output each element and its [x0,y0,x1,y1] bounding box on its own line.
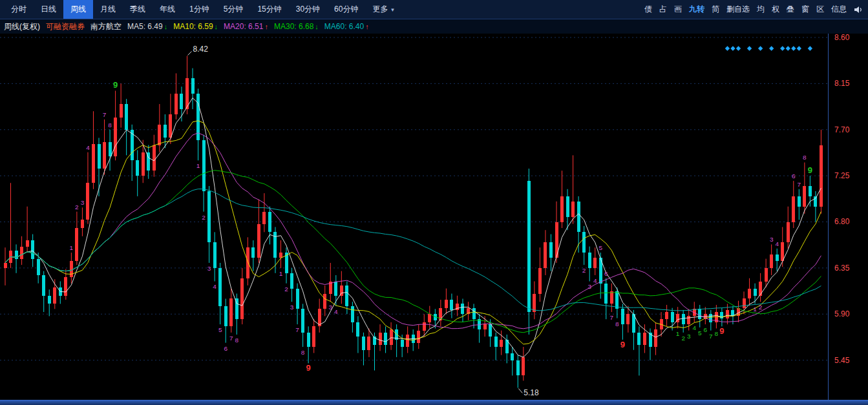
svg-text:5.18: 5.18 [524,388,539,397]
period-tab-4[interactable]: 季线 [123,0,153,19]
toolbar-item-10[interactable]: 区 [816,4,824,15]
svg-text:4: 4 [692,324,696,331]
svg-text:9: 9 [306,363,311,373]
ma-line-30 [5,171,821,333]
period-tab-3[interactable]: 月线 [93,0,123,19]
chevron-down-icon: ▼ [390,7,395,13]
period-tab-2[interactable]: 周线 [63,0,93,19]
candlestick-chart[interactable]: 8.608.157.707.256.806.355.905.4512347891… [0,34,868,400]
period-tab-11[interactable]: 更多▼ [365,0,402,19]
svg-text:3: 3 [290,304,294,311]
toolbar-item-3[interactable]: 九转 [689,4,704,15]
period-tab-10[interactable]: 60分钟 [327,0,365,19]
svg-text:8: 8 [301,349,305,356]
svg-text:5: 5 [598,244,602,251]
grid-layer [0,34,829,400]
svg-text:7.25: 7.25 [834,171,850,180]
ma-trend-arrow: ↓ [164,23,168,30]
chart-header: 周线(复权) 可融资融券 南方航空 MA5: 6.49↓MA10: 6.59↓M… [0,19,868,34]
ma-line-60 [5,189,821,311]
ma-line-20 [5,133,821,329]
toolbar: 分时日线周线月线季线年线1分钟5分钟15分钟30分钟60分钟更多▼ 债占画九转简… [0,0,868,19]
svg-text:2: 2 [202,214,206,221]
ma-legend-item-3: MA30: 6.68↓ [274,22,319,31]
svg-text:5: 5 [698,329,702,337]
ma-legend-item-2: MA20: 6.51↑ [224,22,268,31]
ma-trend-arrow: ↓ [315,23,319,30]
svg-text:2: 2 [681,335,685,342]
svg-text:8: 8 [235,337,238,344]
svg-text:7: 7 [709,333,713,340]
period-tab-0[interactable]: 分时 [4,0,34,19]
ma-legend-item-4: MA60: 6.40↑ [324,22,369,31]
ma-trend-arrow: ↑ [365,23,369,30]
toolbar-item-8[interactable]: 叠 [787,4,794,15]
period-tab-5[interactable]: 年线 [153,0,182,19]
period-tab-8[interactable]: 15分钟 [250,0,288,19]
svg-text:4: 4 [334,308,338,315]
toolbar-item-11[interactable]: 信息 [831,4,847,15]
ma-trend-arrow: ↓ [215,23,218,30]
trading-app-window: 分时日线周线月线季线年线1分钟5分钟15分钟30分钟60分钟更多▼ 债占画九转简… [0,0,868,405]
svg-text:2: 2 [75,203,79,211]
period-tab-9[interactable]: 30分钟 [289,0,327,19]
svg-text:6: 6 [604,270,608,277]
toolbar-item-1[interactable]: 占 [659,4,667,15]
svg-text:6: 6 [792,172,796,180]
announcement-speaker-icon[interactable] [854,6,863,14]
svg-text:1: 1 [196,162,200,169]
toolbar-right: 债占画九转简删自选均权叠窗区信息 [644,4,864,15]
period-tab-6[interactable]: 1分钟 [182,0,217,19]
svg-text:8.42: 8.42 [193,45,208,54]
ma-legend: MA5: 6.49↓MA10: 6.59↓MA20: 6.51↑MA30: 6.… [127,22,369,31]
toolbar-item-5[interactable]: 删自选 [726,4,750,15]
period-tabs: 分时日线周线月线季线年线1分钟5分钟15分钟30分钟60分钟更多▼ [4,0,402,19]
svg-text:2: 2 [582,267,586,274]
toolbar-item-7[interactable]: 权 [772,4,779,15]
svg-text:7: 7 [103,111,107,118]
svg-text:8.15: 8.15 [834,79,850,88]
svg-text:3: 3 [81,199,85,206]
period-tab-1[interactable]: 日线 [34,0,63,19]
svg-text:1: 1 [279,270,283,277]
svg-text:9: 9 [620,340,625,349]
svg-text:1: 1 [70,244,74,251]
toolbar-item-9[interactable]: 窗 [801,4,809,15]
svg-text:4: 4 [775,240,779,247]
svg-text:3: 3 [770,236,774,243]
svg-text:3: 3 [587,283,591,290]
svg-text:7.70: 7.70 [834,125,850,134]
svg-text:3: 3 [207,265,211,272]
svg-text:4: 4 [593,277,597,284]
svg-text:2: 2 [284,286,288,293]
svg-text:8.60: 8.60 [834,34,850,42]
toolbar-item-4[interactable]: 简 [712,4,719,15]
toolbar-item-6[interactable]: 均 [757,4,765,15]
stock-name: 南方航空 [90,21,122,32]
svg-text:7: 7 [295,326,299,333]
svg-text:6.35: 6.35 [834,264,850,273]
svg-text:6: 6 [704,326,708,333]
svg-text:5: 5 [218,326,222,333]
signal-diamonds-layer [725,46,812,50]
svg-text:8: 8 [108,121,112,129]
svg-text:7: 7 [610,314,614,321]
period-tab-7[interactable]: 5分钟 [217,0,251,19]
svg-text:4: 4 [213,283,217,290]
ma-legend-item-0: MA5: 6.49↓ [127,22,167,31]
svg-text:1: 1 [676,330,680,337]
svg-text:9: 9 [719,326,724,336]
svg-text:3: 3 [687,333,691,340]
svg-text:6: 6 [224,345,228,352]
toolbar-item-2[interactable]: 画 [674,4,682,15]
svg-text:5.90: 5.90 [834,309,850,318]
svg-text:2: 2 [759,304,763,311]
price-axis: 8.608.157.707.256.806.355.905.45 [834,34,850,365]
margin-trading-tag[interactable]: 可融资融券 [46,21,85,32]
svg-text:6.80: 6.80 [834,218,850,227]
ma-legend-item-1: MA10: 6.59↓ [173,22,218,31]
svg-text:8: 8 [803,154,807,161]
toolbar-item-0[interactable]: 债 [644,4,652,15]
bottom-scrollbar[interactable] [0,400,868,405]
svg-text:7: 7 [229,335,233,342]
